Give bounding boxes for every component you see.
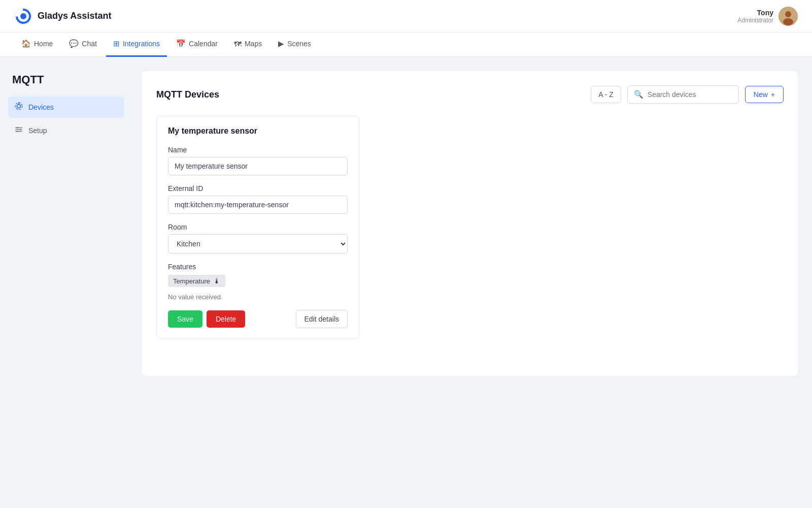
thermometer-icon: 🌡 xyxy=(213,277,220,285)
search-input[interactable] xyxy=(648,90,732,99)
external-id-label: External ID xyxy=(168,184,348,193)
edit-details-button[interactable]: Edit details xyxy=(296,310,348,328)
header-controls: A - Z 🔍 New + xyxy=(591,85,784,104)
devices-icon xyxy=(14,102,23,113)
sidebar-title: MQTT xyxy=(8,73,124,86)
scenes-icon: ▶ xyxy=(278,39,284,48)
nav-label-integrations: Integrations xyxy=(123,40,160,48)
room-field-group: Room Kitchen Living Room Bedroom Bathroo… xyxy=(168,223,348,253)
user-role: Administrator xyxy=(737,17,773,24)
new-button-label: New xyxy=(754,90,768,99)
delete-button[interactable]: Delete xyxy=(207,310,245,328)
content-header: MQTT Devices A - Z 🔍 New + xyxy=(156,85,784,104)
logo-area: Gladys Assistant xyxy=(14,7,111,25)
user-info: Tony Administrator xyxy=(737,9,773,24)
user-area: Tony Administrator xyxy=(737,7,798,26)
sidebar-item-devices[interactable]: Devices xyxy=(8,97,124,118)
nav-item-home[interactable]: 🏠 Home xyxy=(14,33,60,57)
external-id-field-group: External ID xyxy=(168,184,348,214)
devices-svg-icon xyxy=(14,102,23,111)
nav-item-chat[interactable]: 💬 Chat xyxy=(62,33,104,57)
features-group: Features Temperature 🌡 No value received… xyxy=(168,263,348,301)
room-label: Room xyxy=(168,223,348,231)
svg-point-11 xyxy=(17,127,18,129)
search-icon: 🔍 xyxy=(634,90,644,99)
logo-icon xyxy=(14,7,32,25)
svg-point-6 xyxy=(17,104,20,108)
sort-button[interactable]: A - Z xyxy=(591,86,621,103)
device-card-title: My temperature sensor xyxy=(168,126,348,136)
svg-point-4 xyxy=(785,11,791,17)
calendar-icon: 📅 xyxy=(176,39,186,48)
room-select[interactable]: Kitchen Living Room Bedroom Bathroom xyxy=(168,234,348,253)
nav-item-integrations[interactable]: ⊞ Integrations xyxy=(106,33,167,57)
sidebar-label-devices: Devices xyxy=(28,103,54,111)
nav-label-scenes: Scenes xyxy=(287,40,311,48)
app-title: Gladys Assistant xyxy=(38,11,111,21)
search-box: 🔍 xyxy=(627,85,739,104)
chat-icon: 💬 xyxy=(69,39,79,48)
name-label: Name xyxy=(168,146,348,154)
main-content: MQTT Devices A - Z 🔍 New + My temperatur… xyxy=(132,57,812,508)
svg-point-13 xyxy=(17,131,18,132)
topbar: Gladys Assistant Tony Administrator xyxy=(0,0,812,33)
content-panel: MQTT Devices A - Z 🔍 New + My temperatur… xyxy=(142,71,798,376)
sidebar-label-setup: Setup xyxy=(28,126,47,135)
new-button-icon: + xyxy=(771,90,775,99)
no-value-text: No value received. xyxy=(168,293,348,301)
action-buttons: Save Delete Edit details xyxy=(168,310,348,328)
nav-label-chat: Chat xyxy=(82,40,97,48)
nav-item-scenes[interactable]: ▶ Scenes xyxy=(271,33,318,57)
content-title: MQTT Devices xyxy=(156,89,219,100)
svg-point-12 xyxy=(19,129,21,130)
name-input[interactable] xyxy=(168,157,348,175)
integrations-icon: ⊞ xyxy=(113,39,120,48)
device-card: My temperature sensor Name External ID R… xyxy=(156,116,359,339)
svg-point-5 xyxy=(783,18,793,25)
nav-label-home: Home xyxy=(34,40,53,48)
save-button[interactable]: Save xyxy=(168,310,202,328)
feature-name: Temperature xyxy=(173,277,210,285)
nav-label-calendar: Calendar xyxy=(189,40,218,48)
external-id-input[interactable] xyxy=(168,196,348,214)
features-label: Features xyxy=(168,263,348,271)
name-field-group: Name xyxy=(168,146,348,175)
feature-tag: Temperature 🌡 xyxy=(168,275,225,287)
page-layout: MQTT Devices xyxy=(0,57,812,508)
svg-point-2 xyxy=(20,13,26,19)
setup-icon xyxy=(14,125,23,136)
avatar xyxy=(779,7,798,26)
home-icon: 🏠 xyxy=(21,39,31,48)
setup-svg-icon xyxy=(14,125,23,134)
maps-icon: 🗺 xyxy=(234,40,242,48)
new-button[interactable]: New + xyxy=(745,86,784,103)
nav-item-calendar[interactable]: 📅 Calendar xyxy=(169,33,225,57)
nav-item-maps[interactable]: 🗺 Maps xyxy=(227,33,269,57)
navbar: 🏠 Home 💬 Chat ⊞ Integrations 📅 Calendar … xyxy=(0,33,812,57)
avatar-image xyxy=(779,7,798,26)
sidebar: MQTT Devices xyxy=(0,57,132,508)
sidebar-item-setup[interactable]: Setup xyxy=(8,120,124,141)
user-name: Tony xyxy=(737,9,773,17)
primary-buttons: Save Delete xyxy=(168,310,245,328)
nav-label-maps: Maps xyxy=(245,40,262,48)
